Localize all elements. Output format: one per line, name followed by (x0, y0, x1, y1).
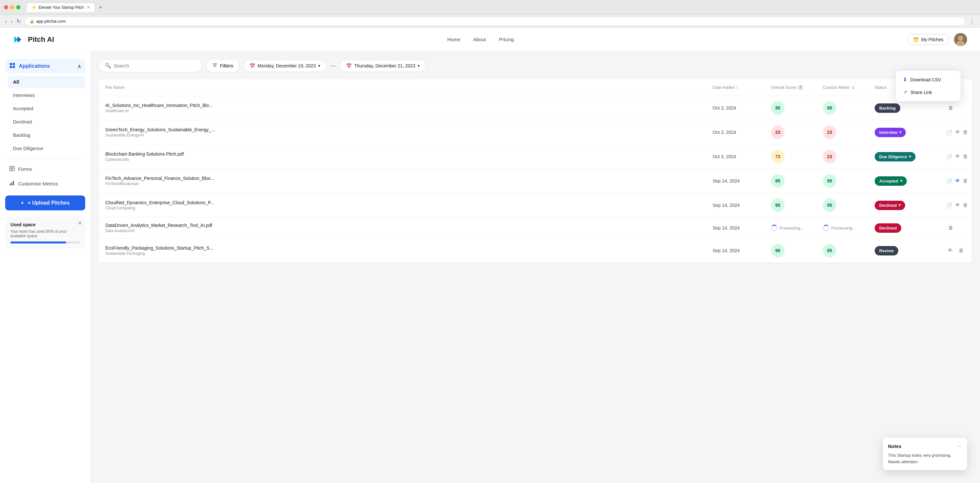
view-icon[interactable]: 👁 (946, 246, 955, 255)
tab-favicon: ⚡ (31, 5, 37, 10)
status-badge[interactable]: Accepted ▾ (875, 176, 907, 186)
calendar-end-icon: 📅 (346, 63, 352, 69)
document-icon[interactable]: 📄 (946, 128, 953, 137)
delete-icon[interactable]: 🗑 (963, 128, 968, 137)
my-pitches-button[interactable]: 🗂️ My Pitches (907, 34, 950, 45)
delete-icon[interactable]: 🗑 (963, 200, 968, 210)
file-sub: Sustainable Energy/AI (105, 133, 713, 137)
traffic-light-yellow[interactable] (10, 5, 14, 10)
svg-rect-6 (13, 63, 15, 65)
status-badge[interactable]: Review (875, 246, 898, 255)
view-icon[interactable]: 👁 (955, 128, 960, 137)
active-tab[interactable]: ⚡ Elevate Your Startup Pitch ✕ (26, 3, 95, 12)
toolbar: 🔍 Filters 📅 Monday, December 19, 2023 ▾ (99, 59, 972, 72)
action-icons: 📄 👁 🗑 (946, 176, 966, 186)
status-badge[interactable]: Interview ▾ (875, 128, 906, 137)
delete-icon[interactable]: 🗑 (946, 103, 956, 113)
notes-more-button[interactable]: ··· (957, 443, 962, 450)
calendar-start-icon: 📅 (250, 63, 255, 69)
new-tab-button[interactable]: + (97, 3, 103, 12)
download-csv-button[interactable]: ⬇ Download CSV (898, 73, 958, 86)
sidebar-item-accepted[interactable]: Accepted (8, 102, 85, 115)
avatar[interactable] (954, 33, 967, 46)
used-space-progress-fill (10, 241, 66, 244)
date-start-picker[interactable]: 📅 Monday, December 19, 2023 ▾ (243, 60, 327, 72)
overall-score-badge: 95 (771, 198, 784, 212)
delete-icon[interactable]: 🗑 (963, 152, 968, 161)
delete-icon[interactable]: 🗑 (963, 176, 968, 186)
delete-icon[interactable]: 🗑 (946, 223, 956, 233)
sidebar-item-interviews[interactable]: Interviews (8, 89, 85, 101)
status-dropdown-icon: ▾ (900, 179, 902, 183)
delete-icon[interactable]: 🗑 (957, 246, 966, 255)
action-icons: 🗑 (946, 223, 966, 233)
spinner-icon (771, 225, 778, 231)
applications-title: Applications (9, 62, 50, 70)
document-icon[interactable]: 📄 (946, 200, 953, 210)
status-badge[interactable]: Due Diligence ▾ (875, 152, 915, 161)
custom-score-badge: 95 (823, 101, 837, 115)
url-text: app.pitchai.com (36, 19, 66, 24)
used-space-close-button[interactable]: ✕ (78, 220, 82, 226)
customise-metrics-label: Customise Metrics (18, 181, 58, 187)
traffic-light-red[interactable] (4, 5, 8, 10)
view-icon[interactable]: 👁 (955, 152, 960, 161)
svg-rect-15 (13, 181, 14, 185)
browser-menu-button[interactable]: ⋮ (969, 18, 975, 25)
status-cell: Interview ▾ (875, 128, 946, 137)
applications-section-header[interactable]: Applications ∧ (5, 59, 85, 73)
notes-text: This Startup looks very promising. Needs… (888, 452, 962, 465)
share-link-button[interactable]: ↗ Share Link (898, 86, 958, 99)
back-button[interactable]: ‹ (5, 19, 7, 24)
file-name: EcoFriendly_Packaging_Solutions_Startup_… (105, 245, 713, 250)
view-icon[interactable]: 👁 (955, 176, 960, 186)
sidebar-item-all[interactable]: All (8, 76, 85, 88)
svg-point-3 (958, 36, 963, 41)
sidebar-forms[interactable]: Forms (5, 163, 85, 176)
nav-about[interactable]: About (473, 37, 486, 42)
date-cell: Sep 14, 2024 (713, 225, 771, 231)
url-bar[interactable]: 🔒 app.pitchai.com (25, 17, 965, 26)
traffic-light-green[interactable] (16, 5, 21, 10)
search-box[interactable]: 🔍 (99, 59, 202, 72)
filters-button[interactable]: Filters (206, 59, 240, 72)
search-input[interactable] (114, 63, 196, 69)
table-row: Blockchain Banking Solutions Pitch.pdf C… (99, 145, 972, 169)
date-end-picker[interactable]: 📅 Thursday, December 21, 2023 ▾ (340, 60, 426, 72)
main-nav: Home About Pricing (447, 37, 514, 42)
document-icon[interactable]: 📄 (946, 176, 953, 186)
overall-score-badge: 95 (771, 174, 784, 188)
sidebar-item-backlog[interactable]: Backlog (8, 129, 85, 141)
status-badge[interactable]: Declined ▾ (875, 201, 905, 210)
status-badge[interactable]: Declined (875, 223, 901, 233)
nav-pricing[interactable]: Pricing (499, 37, 514, 42)
status-cell: Declined (875, 223, 946, 233)
view-icon[interactable]: 👁 (955, 200, 960, 210)
reload-button[interactable]: ↻ (16, 18, 21, 24)
used-space-card: ✕ Used space Your team has used 80% of y… (5, 217, 85, 249)
table-options-dropdown: ⬇ Download CSV ↗ Share Link (896, 71, 961, 101)
logo[interactable]: Pitch AI (13, 34, 54, 45)
table-row: EcoFriendly_Packaging_Solutions_Startup_… (99, 239, 972, 263)
svg-rect-14 (11, 182, 12, 185)
sidebar-item-declined[interactable]: Declined (8, 116, 85, 128)
score-cell: 23 (771, 126, 823, 139)
tab-close-button[interactable]: ✕ (87, 5, 90, 10)
table-row: CloudNet_Dynamics_Enterprise_Cloud_Solut… (99, 193, 972, 217)
sidebar-item-due-diligence[interactable]: Due Diligence (8, 142, 85, 154)
logo-icon (13, 34, 25, 45)
custom-score-badge: 23 (823, 126, 837, 139)
upload-pitches-button[interactable]: + + Upload Pitches (5, 196, 85, 210)
status-badge[interactable]: Backlog (875, 104, 900, 113)
custom-score-cell: 95 (823, 198, 875, 212)
score-cell: 73 (771, 150, 823, 163)
file-info: EcoFriendly_Packaging_Solutions_Startup_… (105, 245, 713, 256)
col-header-date[interactable]: Date Added ↕ (713, 85, 771, 90)
custom-score-cell: 23 (823, 150, 875, 163)
score-info-icon[interactable]: ? (798, 85, 803, 90)
document-icon[interactable]: 📄 (946, 152, 953, 161)
forward-button[interactable]: › (11, 19, 12, 24)
sidebar-customise-metrics[interactable]: Customise Metrics (5, 177, 85, 190)
sort-icon: ↕ (736, 85, 738, 90)
nav-home[interactable]: Home (447, 37, 460, 42)
